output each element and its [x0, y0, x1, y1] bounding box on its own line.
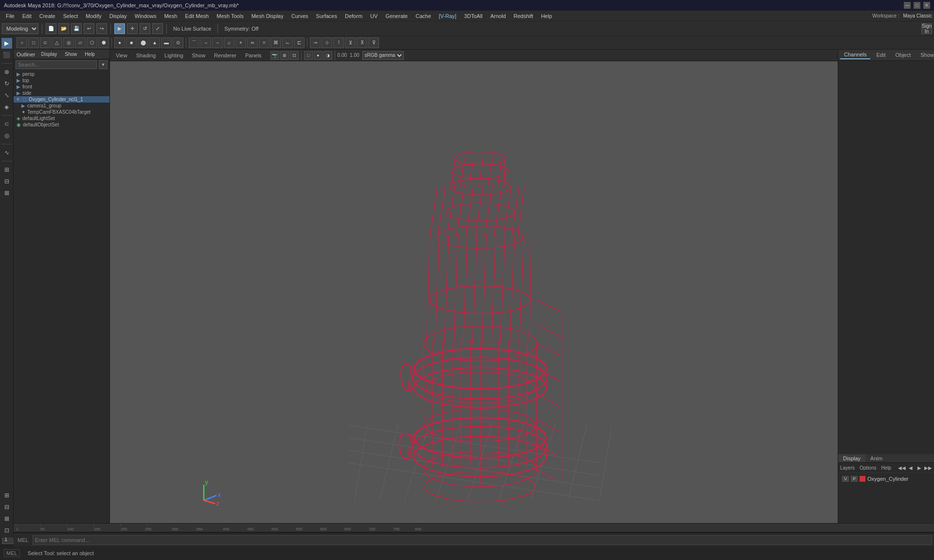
viewport-canvas[interactable]: x y z persp	[110, 61, 838, 532]
outliner-item-side[interactable]: ▶ side	[14, 90, 109, 96]
tab-edit[interactable]: Edit	[872, 51, 889, 59]
curve-btn-7[interactable]: ⌗	[259, 37, 269, 48]
menu-windows[interactable]: Windows	[131, 12, 161, 20]
lasso-tool-button[interactable]: ⊂	[1, 119, 12, 129]
cone-button[interactable]: △	[52, 37, 62, 48]
outliner-item-oxygen-cylinder-group[interactable]: ▼ ⬡ Oxygen_Cylinder_ncl1_1	[14, 96, 109, 103]
cylinder-button[interactable]: ⊂	[40, 37, 51, 48]
redo-button[interactable]: ↪	[96, 23, 107, 34]
mode-dropdown[interactable]: Modeling	[2, 23, 38, 34]
curve-btn-9[interactable]: ⌙	[282, 37, 293, 48]
nurbs-cone-button[interactable]: ▲	[149, 37, 160, 48]
quick-layout-button[interactable]: ⊡	[1, 525, 12, 536]
menu-curves[interactable]: Curves	[287, 12, 312, 20]
menu-uv[interactable]: UV	[366, 12, 381, 20]
outliner-item-tempcam[interactable]: ✦ TempCamFBXASC04bTarget	[14, 109, 109, 115]
menu-redshift[interactable]: Redshift	[510, 12, 537, 20]
vp-menu-renderer[interactable]: Renderer	[210, 52, 240, 59]
paint-select-button[interactable]: ⬛	[1, 50, 12, 60]
vp-mode-flat[interactable]: ◑	[323, 51, 332, 60]
display-layer-button[interactable]: ⊟	[1, 176, 12, 187]
outliner-item-camera-group[interactable]: ▶ camera1_group	[14, 103, 109, 109]
curve-btn-2[interactable]: ⌣	[200, 37, 211, 48]
channel-box-button[interactable]: ⊞	[1, 490, 12, 501]
menu-mesh-tools[interactable]: Mesh Tools	[213, 12, 247, 20]
menu-mesh[interactable]: Mesh	[160, 12, 181, 20]
torus-button[interactable]: ◎	[63, 37, 74, 48]
vp-menu-show[interactable]: Show	[188, 52, 210, 59]
move-tool-button[interactable]: ✛	[127, 23, 138, 34]
nurbs-cylinder-button[interactable]: ⬤	[138, 37, 148, 48]
cube-button[interactable]: □	[28, 37, 39, 48]
outliner-menu-help[interactable]: Help	[83, 51, 97, 57]
timeline-track[interactable]: 1 50 100 150 200 250 300 350 400 450 500…	[14, 524, 934, 532]
select-tool-button[interactable]: ▶	[114, 23, 125, 34]
nurbs-cube-button[interactable]: ■	[126, 37, 137, 48]
menu-select[interactable]: Select	[59, 12, 82, 20]
tool-settings-button[interactable]: ⊠	[1, 513, 12, 524]
attribute-editor-button[interactable]: ⊟	[1, 502, 12, 512]
menu-mesh-display[interactable]: Mesh Display	[248, 12, 287, 20]
deform-btn-3[interactable]: ⊺	[333, 37, 344, 48]
layer-icon-4[interactable]: ▶▶	[924, 464, 932, 472]
outliner-item-default-object-set[interactable]: ◉ defaultObjectSet	[14, 122, 109, 128]
open-button[interactable]: 📂	[58, 23, 69, 34]
menu-vray[interactable]: [V-Ray]	[435, 12, 460, 20]
rotate-button[interactable]: ↻	[1, 78, 12, 89]
minimize-button[interactable]: —	[904, 2, 911, 9]
scale-button[interactable]: ⤡	[1, 90, 12, 101]
tab-object[interactable]: Object	[891, 51, 915, 59]
menu-modify[interactable]: Modify	[82, 12, 105, 20]
menu-edit[interactable]: Edit	[18, 12, 36, 20]
outliner-item-front[interactable]: ▶ front	[14, 84, 109, 90]
menu-edit-mesh[interactable]: Edit Mesh	[181, 12, 213, 20]
menu-3dtoall[interactable]: 3DToAll	[460, 12, 486, 20]
vp-menu-shading[interactable]: Shading	[132, 52, 160, 59]
curve-btn-10[interactable]: ⊏	[294, 37, 305, 48]
sphere-button[interactable]: ○	[17, 37, 27, 48]
search-dropdown-button[interactable]: ▼	[99, 60, 108, 69]
layer-p-toggle[interactable]: P	[851, 476, 858, 482]
menu-display[interactable]: Display	[106, 12, 131, 20]
platonic-button[interactable]: ⬢	[98, 37, 109, 48]
deform-btn-6[interactable]: ⊽	[368, 37, 379, 48]
close-button[interactable]: ✕	[923, 2, 930, 9]
curve-tool-button[interactable]: ∿	[1, 147, 12, 158]
gamma-select[interactable]: sRGB gamma	[362, 51, 404, 60]
disk-button[interactable]: ⬡	[87, 37, 97, 48]
save-button[interactable]: 💾	[71, 23, 82, 34]
tab-channels[interactable]: Channels	[840, 51, 870, 59]
mel-input[interactable]	[33, 535, 932, 545]
undo-button[interactable]: ↩	[84, 23, 94, 34]
vp-cam-btn[interactable]: 📷	[270, 51, 279, 60]
render-view-button[interactable]: ⊠	[1, 188, 12, 198]
vp-mode-wireframe[interactable]: □	[304, 51, 313, 60]
curve-btn-6[interactable]: ∞	[247, 37, 258, 48]
deform-btn-4[interactable]: ⊻	[345, 37, 356, 48]
new-scene-button[interactable]: 📄	[46, 23, 56, 34]
layer-icon-2[interactable]: ◀	[907, 464, 915, 472]
plane-button[interactable]: ▱	[75, 37, 86, 48]
nurbs-plane-button[interactable]: ▬	[161, 37, 172, 48]
vp-snap-btn[interactable]: ⊡	[290, 51, 299, 60]
outliner-item-persp[interactable]: ▶ persp	[14, 71, 109, 77]
menu-create[interactable]: Create	[36, 12, 59, 20]
menu-surfaces[interactable]: Surfaces	[312, 12, 341, 20]
move-button[interactable]: ⊕	[1, 67, 12, 77]
deform-btn-5[interactable]: ⊼	[357, 37, 367, 48]
scale-tool-button[interactable]: ⤢	[152, 23, 163, 34]
select-mode-button[interactable]: ▶	[1, 38, 12, 49]
menu-generate[interactable]: Generate	[381, 12, 412, 20]
universal-manip-button[interactable]: ◈	[1, 102, 12, 112]
maximize-button[interactable]: □	[914, 2, 920, 9]
vp-menu-panels[interactable]: Panels	[241, 52, 266, 59]
layer-v-toggle[interactable]: V	[842, 476, 849, 482]
layer-icon-3[interactable]: ▶	[916, 464, 923, 472]
snap-settings-button[interactable]: ⊞	[1, 164, 12, 175]
menu-cache[interactable]: Cache	[412, 12, 435, 20]
vp-menu-lighting[interactable]: Lighting	[161, 52, 187, 59]
outliner-item-top[interactable]: ▶ top	[14, 77, 109, 84]
nurbs-torus-button[interactable]: ⊙	[173, 37, 183, 48]
soft-mod-button[interactable]: ◎	[1, 130, 12, 141]
menu-file[interactable]: File	[2, 12, 18, 20]
